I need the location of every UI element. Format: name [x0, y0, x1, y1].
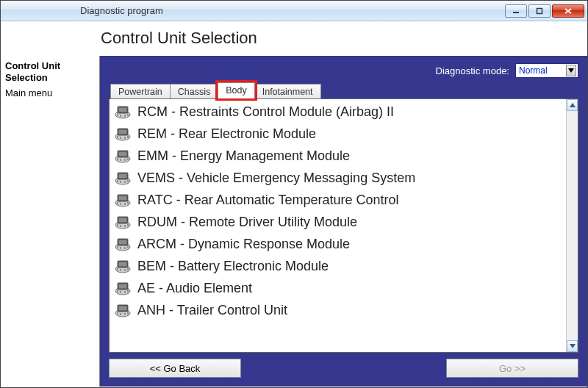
footer-nav: << Go Back Go >> [109, 359, 578, 378]
module-row[interactable]: ANH - Trailer Control Unit [112, 299, 563, 321]
main-panel: Diagnostic mode: Normal PowertrainChassi… [100, 56, 587, 387]
sidebar-item-1[interactable]: Main menu [5, 86, 95, 101]
chevron-down-icon [570, 344, 576, 348]
svg-rect-70 [119, 306, 126, 310]
ecu-chip-icon [114, 281, 132, 295]
module-row[interactable]: VEMS - Vehicle Emergency Messaging Syste… [112, 167, 563, 189]
svg-rect-28 [119, 174, 126, 178]
svg-rect-14 [119, 130, 126, 134]
svg-rect-56 [119, 262, 126, 266]
svg-marker-4 [568, 68, 574, 73]
window-controls [505, 4, 587, 18]
module-row[interactable]: EMM - Energy Management Module [112, 145, 563, 167]
module-row[interactable]: RATC - Rear Automatic Temperature Contro… [112, 189, 563, 211]
minimize-button[interactable] [505, 4, 527, 18]
module-label: ANH - Trailer Control Unit [137, 303, 287, 318]
ecu-chip-icon [114, 237, 132, 251]
module-label: BEM - Battery Electronic Module [137, 259, 329, 274]
close-icon [564, 7, 573, 15]
scroll-down-button[interactable] [567, 340, 578, 352]
body-layout: Control Unit SelectionMain menu Diagnost… [1, 56, 587, 387]
chevron-down-icon [566, 65, 576, 76]
module-row[interactable]: ARCM - Dynamic Response Module [112, 233, 563, 255]
maximize-icon [536, 7, 543, 15]
module-row[interactable]: REM - Rear Electronic Module [112, 123, 563, 145]
title-bar: Diagnostic program [1, 1, 587, 21]
tab-body[interactable]: Body [218, 82, 255, 98]
module-row[interactable]: BEM - Battery Electronic Module [112, 255, 563, 277]
ecu-chip-icon [114, 104, 132, 119]
scroll-up-button[interactable] [567, 99, 578, 111]
svg-rect-35 [119, 196, 126, 200]
svg-marker-76 [570, 344, 576, 348]
svg-rect-42 [119, 218, 126, 222]
page-header: Control Unit Selection [1, 21, 587, 56]
sidebar: Control Unit SelectionMain menu [1, 56, 100, 387]
close-button[interactable] [552, 4, 584, 18]
module-list-panel: RCM - Restraints Control Module (Airbag)… [109, 98, 578, 353]
maximize-button[interactable] [528, 4, 551, 18]
svg-rect-7 [119, 108, 126, 112]
tab-infotainment[interactable]: Infotainment [254, 84, 321, 99]
ecu-chip-icon [114, 193, 132, 207]
ecu-chip-icon [114, 303, 132, 317]
ecu-chip-icon [114, 148, 132, 163]
svg-marker-75 [570, 103, 576, 107]
module-row[interactable]: AE - Audio Element [112, 277, 563, 299]
go-back-button[interactable]: << Go Back [109, 359, 241, 378]
diagnostic-mode-value: Normal [519, 65, 548, 76]
ecu-chip-icon [114, 170, 132, 185]
module-label: VEMS - Vehicle Emergency Messaging Syste… [137, 170, 415, 186]
window-title: Diagnostic program [7, 5, 163, 16]
module-row[interactable]: RDUM - Remote Driver Utility Module [112, 211, 563, 233]
svg-rect-49 [119, 240, 126, 244]
module-label: REM - Rear Electronic Module [137, 126, 316, 142]
module-label: ARCM - Dynamic Response Module [137, 237, 350, 252]
module-label: RATC - Rear Automatic Temperature Contro… [137, 193, 398, 208]
ecu-chip-icon [114, 259, 132, 273]
diagnostic-mode-label: Diagnostic mode: [436, 65, 509, 76]
svg-rect-63 [119, 284, 126, 288]
module-label: RCM - Restraints Control Module (Airbag)… [137, 104, 394, 120]
chevron-up-icon [570, 103, 576, 107]
svg-rect-1 [537, 8, 542, 13]
tab-powertrain[interactable]: Powertrain [110, 84, 171, 99]
tab-chassis[interactable]: Chassis [170, 84, 218, 99]
sidebar-item-0[interactable]: Control Unit Selection [5, 59, 95, 86]
scrollbar[interactable] [566, 99, 578, 352]
module-label: EMM - Energy Management Module [137, 148, 350, 164]
module-label: RDUM - Remote Driver Utility Module [137, 215, 357, 230]
module-row[interactable]: RCM - Restraints Control Module (Airbag)… [112, 101, 563, 123]
minimize-icon [512, 7, 520, 15]
module-list: RCM - Restraints Control Module (Airbag)… [110, 99, 566, 352]
diagnostic-mode-row: Diagnostic mode: Normal [109, 63, 578, 78]
ecu-chip-icon [114, 215, 132, 229]
page-title: Control Unit Selection [101, 29, 573, 48]
diagnostic-mode-select[interactable]: Normal [515, 63, 578, 78]
go-button[interactable]: Go >> [446, 359, 578, 378]
module-label: AE - Audio Element [137, 281, 252, 296]
svg-rect-21 [119, 152, 126, 156]
tab-strip: PowertrainChassisBodyInfotainment [109, 82, 578, 98]
ecu-chip-icon [114, 126, 132, 141]
